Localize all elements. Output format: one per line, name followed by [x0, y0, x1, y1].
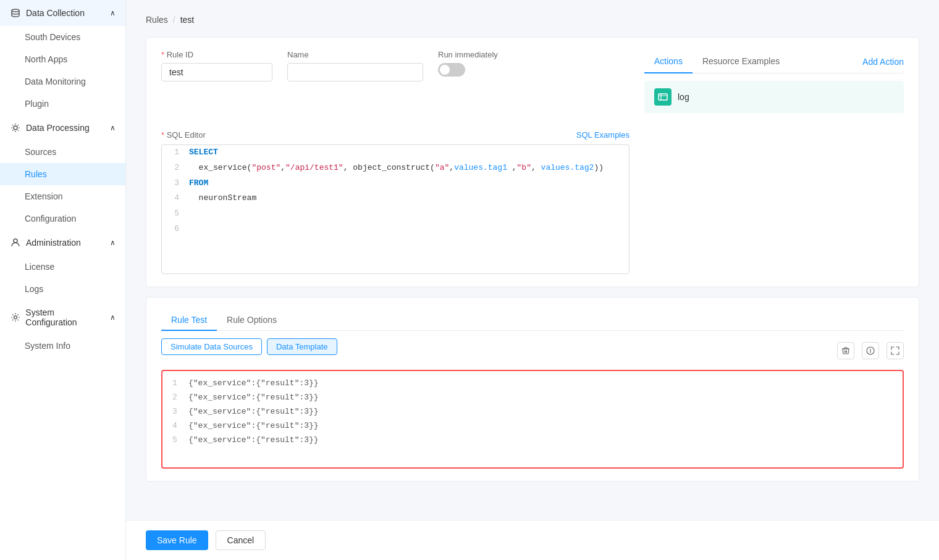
sidebar-item-configuration[interactable]: Configuration	[0, 207, 125, 230]
sidebar-section-administration[interactable]: Administration ∧	[0, 230, 125, 256]
sql-line-5: 5	[162, 206, 629, 222]
rule-form-card: * Rule ID Name Run immediately	[146, 37, 919, 287]
rule-test-tab-rule-test[interactable]: Rule Test	[161, 310, 217, 331]
sidebar-item-license[interactable]: License	[0, 256, 125, 278]
rule-test-buttons: Simulate Data Sources Data Template	[161, 338, 337, 355]
rule-test-tabs: Rule Test Rule Options	[161, 310, 904, 331]
svg-point-2	[14, 239, 17, 243]
sidebar-item-logs[interactable]: Logs	[0, 278, 125, 300]
rule-test-icons	[837, 342, 904, 359]
sidebar-section-data-collection-label: Data Collection	[26, 8, 85, 18]
chevron-up-icon: ∧	[110, 123, 116, 132]
sql-required-star: *	[161, 130, 167, 140]
info-icon-button[interactable]	[862, 342, 879, 359]
sidebar-section-system-configuration-label: System Configuration	[25, 307, 105, 327]
breadcrumb: Rules / test	[146, 15, 919, 25]
breadcrumb-current: test	[180, 15, 195, 25]
run-immediately-field: Run immediately	[438, 50, 498, 77]
breadcrumb-rules-link[interactable]: Rules	[146, 15, 168, 25]
tabs-header: Actions Resuorce Examples Add Action	[644, 50, 904, 73]
clear-icon	[841, 346, 850, 355]
svg-point-0	[12, 9, 19, 12]
run-immediately-label: Run immediately	[438, 50, 498, 59]
svg-point-3	[14, 316, 17, 319]
action-item-label: log	[678, 92, 689, 102]
sql-editor-container: * SQL Editor SQL Examples 1 SELECT 2 ex_…	[161, 130, 630, 274]
main-content: Rules / test * Rule ID Name Run immed	[126, 0, 939, 560]
sidebar-section-data-collection[interactable]: Data Collection ∧	[0, 0, 125, 26]
sql-line-4: 4 neuronStream	[162, 191, 629, 206]
content-area: Rules / test * Rule ID Name Run immed	[126, 0, 939, 520]
data-template-button[interactable]: Data Template	[267, 338, 337, 355]
output-area: 1 {"ex_service":{"result":3}} 2 {"ex_ser…	[161, 370, 904, 469]
sidebar-item-sources[interactable]: Sources	[0, 141, 125, 163]
processing-icon	[10, 122, 21, 133]
cancel-button[interactable]: Cancel	[216, 530, 266, 550]
sidebar-item-extension[interactable]: Extension	[0, 185, 125, 207]
settings-icon	[10, 312, 20, 323]
sql-editor-header: * SQL Editor SQL Examples	[161, 130, 630, 140]
database-icon	[10, 7, 21, 19]
output-line-3: 3 {"ex_service":{"result":3}}	[172, 407, 893, 416]
sidebar: Data Collection ∧ South Devices North Ap…	[0, 0, 126, 560]
sidebar-section-data-processing[interactable]: Data Processing ∧	[0, 115, 125, 141]
chevron-admin-icon: ∧	[110, 238, 116, 247]
tab-resource-examples[interactable]: Resuorce Examples	[693, 50, 790, 73]
output-line-5: 5 {"ex_service":{"result":3}}	[172, 435, 893, 445]
output-line-4: 4 {"ex_service":{"result":3}}	[172, 421, 893, 430]
rule-test-controls: Simulate Data Sources Data Template	[161, 338, 904, 362]
sidebar-item-north-apps[interactable]: North Apps	[0, 48, 125, 70]
breadcrumb-separator: /	[173, 15, 175, 25]
svg-rect-4	[659, 94, 667, 100]
expand-icon	[891, 346, 899, 355]
sql-line-1: 1 SELECT	[162, 145, 629, 161]
sql-and-actions-row: * SQL Editor SQL Examples 1 SELECT 2 ex_…	[161, 130, 904, 274]
sidebar-section-data-processing-label: Data Processing	[26, 123, 90, 133]
add-action-button[interactable]: Add Action	[862, 51, 904, 73]
action-item-icon	[654, 88, 672, 106]
sidebar-section-system-configuration[interactable]: System Configuration ∧	[0, 300, 125, 335]
save-rule-button[interactable]: Save Rule	[146, 530, 208, 550]
name-input[interactable]	[287, 63, 423, 81]
info-icon	[866, 346, 875, 355]
sidebar-item-south-devices[interactable]: South Devices	[0, 26, 125, 48]
toggle-slider	[438, 63, 465, 77]
rule-test-tab-rule-options[interactable]: Rule Options	[217, 310, 287, 331]
svg-point-1	[14, 126, 17, 130]
tab-actions[interactable]: Actions	[644, 50, 693, 73]
sidebar-section-administration-label: Administration	[26, 238, 81, 248]
output-line-1: 1 {"ex_service":{"result":3}}	[172, 378, 893, 388]
sql-examples-link[interactable]: SQL Examples	[576, 130, 630, 140]
sidebar-item-plugin[interactable]: Plugin	[0, 93, 125, 115]
action-item-log[interactable]: log	[644, 81, 904, 113]
rule-id-field: * Rule ID	[161, 50, 272, 81]
sidebar-item-rules[interactable]: Rules	[0, 163, 125, 185]
sql-line-2: 2 ex_service("post","/api/test1", object…	[162, 161, 629, 176]
chevron-system-icon: ∧	[110, 313, 116, 322]
name-label: Name	[287, 50, 423, 59]
chevron-down-icon: ∧	[110, 9, 116, 17]
rule-test-card: Rule Test Rule Options Simulate Data Sou…	[146, 297, 919, 482]
output-line-2: 2 {"ex_service":{"result":3}}	[172, 393, 893, 402]
rule-id-input[interactable]	[161, 63, 272, 81]
sql-editor[interactable]: 1 SELECT 2 ex_service("post","/api/test1…	[161, 144, 630, 274]
admin-icon	[10, 237, 21, 248]
right-panel-container: Actions Resuorce Examples Add Action	[644, 50, 904, 120]
sql-editor-label: * SQL Editor	[161, 130, 206, 140]
sql-line-3: 3 FROM	[162, 176, 629, 191]
rule-id-label: * Rule ID	[161, 50, 272, 59]
name-field: Name	[287, 50, 423, 81]
simulate-data-sources-button[interactable]: Simulate Data Sources	[161, 338, 262, 355]
sidebar-item-data-monitoring[interactable]: Data Monitoring	[0, 70, 125, 93]
clear-icon-button[interactable]	[837, 342, 854, 359]
run-immediately-toggle[interactable]	[438, 63, 465, 77]
sidebar-item-system-info[interactable]: System Info	[0, 335, 125, 357]
required-star: *	[161, 50, 167, 59]
right-panel-spacer	[644, 130, 904, 274]
expand-icon-button[interactable]	[886, 342, 904, 359]
form-fields-row: * Rule ID Name Run immediately	[161, 50, 904, 120]
sql-line-6: 6	[162, 222, 629, 237]
footer: Save Rule Cancel	[126, 520, 939, 560]
